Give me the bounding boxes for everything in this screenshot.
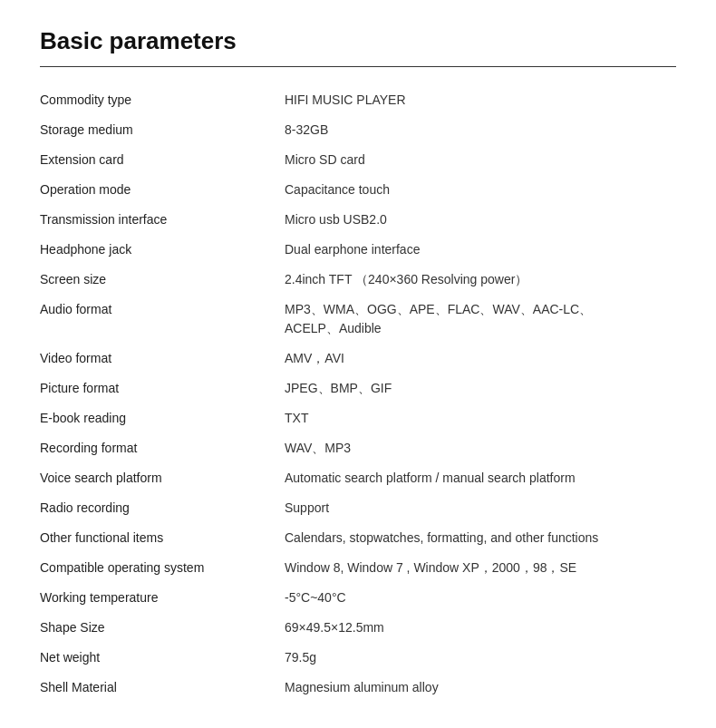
table-row: Radio recordingSupport [40,493,676,523]
param-value: TXT [285,403,676,433]
param-label: Shell Material [40,673,285,703]
table-row: Operation modeCapacitance touch [40,175,676,205]
table-row: Audio formatMP3、WMA、OGG、APE、FLAC、WAV、AAC… [40,295,676,344]
table-row: Net weight79.5g [40,643,676,673]
table-row: Picture formatJPEG、BMP、GIF [40,374,676,403]
param-label: Voice search platform [40,463,285,493]
param-label: Screen size [40,265,285,295]
param-label: Extension card [40,145,285,175]
param-value: Micro SD card [285,145,676,175]
table-row: Shell MaterialMagnesium aluminum alloy [40,673,676,703]
param-value: 69×49.5×12.5mm [285,613,676,643]
table-row: Storage medium8-32GB [40,115,676,145]
param-value: WAV、MP3 [285,433,676,463]
param-value: Window 8, Window 7 , Window XP，2000，98，S… [285,553,676,583]
param-label: Recording format [40,433,285,463]
param-label: Headphone jack [40,235,285,265]
param-value: MP3、WMA、OGG、APE、FLAC、WAV、AAC-LC、ACELP、Au… [285,295,676,344]
param-label: Working temperature [40,583,285,613]
param-value: Support [285,493,676,523]
param-value: AMV，AVI [285,344,676,374]
param-label: Radio recording [40,493,285,523]
table-row: Other functional itemsCalendars, stopwat… [40,523,676,553]
param-label: Net weight [40,643,285,673]
table-row: Shape Size69×49.5×12.5mm [40,613,676,643]
table-row: Recording formatWAV、MP3 [40,433,676,463]
param-label: Video format [40,344,285,374]
param-value: Dual earphone interface [285,235,676,265]
param-value: 79.5g [285,643,676,673]
table-row: Transmission interfaceMicro usb USB2.0 [40,205,676,235]
param-label: E-book reading [40,403,285,433]
param-value: HIFI MUSIC PLAYER [285,85,676,115]
param-label: Other functional items [40,523,285,553]
params-table: Commodity typeHIFI MUSIC PLAYERStorage m… [40,85,676,703]
param-label: Picture format [40,374,285,403]
param-value: Automatic search platform / manual searc… [285,463,676,493]
table-row: Commodity typeHIFI MUSIC PLAYER [40,85,676,115]
param-label: Commodity type [40,85,285,115]
page-title: Basic parameters [40,27,676,55]
title-divider [40,66,676,67]
param-label: Shape Size [40,613,285,643]
param-value: Calendars, stopwatches, formatting, and … [285,523,676,553]
table-row: Extension cardMicro SD card [40,145,676,175]
table-row: Compatible operating systemWindow 8, Win… [40,553,676,583]
param-label: Storage medium [40,115,285,145]
param-label: Transmission interface [40,205,285,235]
table-row: Video formatAMV，AVI [40,344,676,374]
param-value: Capacitance touch [285,175,676,205]
param-label: Operation mode [40,175,285,205]
param-value: 8-32GB [285,115,676,145]
table-row: Working temperature-5°C~40°C [40,583,676,613]
param-value: Micro usb USB2.0 [285,205,676,235]
param-label: Audio format [40,295,285,344]
param-value: -5°C~40°C [285,583,676,613]
table-row: Voice search platformAutomatic search pl… [40,463,676,493]
param-value: Magnesium aluminum alloy [285,673,676,703]
param-label: Compatible operating system [40,553,285,583]
table-row: E-book readingTXT [40,403,676,433]
param-value: 2.4inch TFT （240×360 Resolving power） [285,265,676,295]
table-row: Screen size2.4inch TFT （240×360 Resolvin… [40,265,676,295]
table-row: Headphone jackDual earphone interface [40,235,676,265]
param-value: JPEG、BMP、GIF [285,374,676,403]
